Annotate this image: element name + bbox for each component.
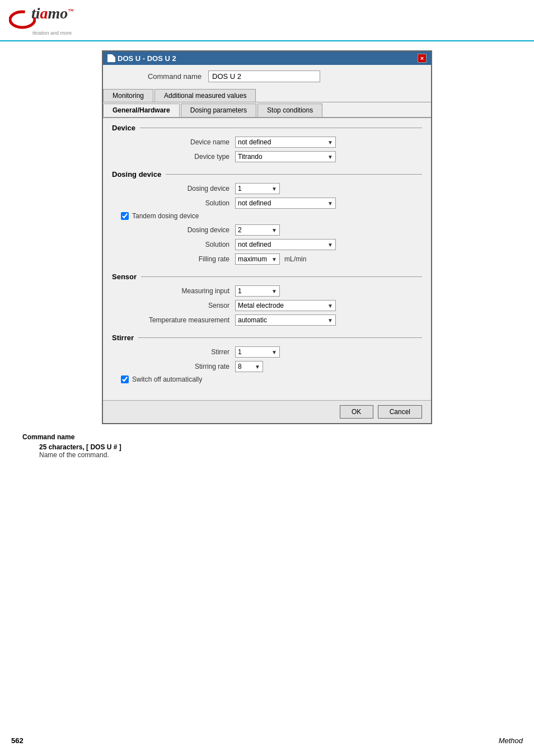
filling-rate-label: Filling rate <box>112 255 235 263</box>
tab-general[interactable]: General/Hardware <box>103 104 180 117</box>
dialog-title-text: DOS U - DOS U 2 <box>118 54 176 63</box>
filling-rate-arrow: ▼ <box>271 256 277 262</box>
tandem-solution-arrow: ▼ <box>327 242 333 248</box>
close-button[interactable]: × <box>418 54 427 63</box>
tandem-dosing-device-dropdown[interactable]: 2 ▼ <box>235 224 280 236</box>
dosing-device-control: 1 ▼ <box>235 183 280 194</box>
device-name-dropdown[interactable]: not defined ▼ <box>235 137 336 148</box>
help-description: Name of the command. <box>22 451 512 459</box>
stirrer-arrow: ▼ <box>271 349 277 355</box>
tandem-solution-label: Solution <box>112 241 235 248</box>
tabs-row1: Monitoring Additional measured values <box>103 88 431 102</box>
measuring-input-label: Measuring input <box>112 287 235 295</box>
tandem-solution-control: not defined ▼ <box>235 239 336 250</box>
stirring-rate-value: 8 <box>238 363 242 370</box>
logo-icon <box>9 10 36 30</box>
solution-label: Solution <box>112 199 235 207</box>
filling-rate-value: maximum <box>238 255 267 263</box>
tandem-label: Tandem dosing device <box>132 212 199 220</box>
filling-rate-dropdown[interactable]: maximum ▼ <box>235 253 280 265</box>
tandem-dosing-device-row: Dosing device 2 ▼ <box>112 224 422 236</box>
sensor-section-title: Sensor <box>112 273 137 281</box>
tandem-dosing-device-label: Dosing device <box>112 226 235 234</box>
device-name-control: not defined ▼ <box>235 137 336 148</box>
command-name-input[interactable] <box>208 71 320 82</box>
device-name-arrow: ▼ <box>327 139 333 145</box>
help-title: Command name <box>22 433 512 441</box>
tandem-solution-dropdown[interactable]: not defined ▼ <box>235 239 336 250</box>
dosing-device-label: Dosing device <box>112 185 235 192</box>
device-type-label: Device type <box>112 153 235 161</box>
filling-rate-control: maximum ▼ mL/min <box>235 253 306 265</box>
logo-subtitle: titration and more <box>32 30 73 36</box>
device-name-label: Device name <box>112 138 235 146</box>
temp-measurement-dropdown[interactable]: automatic ▼ <box>235 314 336 326</box>
sensor-section-header: Sensor <box>112 273 422 281</box>
tandem-checkbox-row: Tandem dosing device <box>112 212 422 220</box>
stirring-rate-dropdown[interactable]: 8 ▼ <box>235 361 263 372</box>
page-footer: 562 Method <box>11 736 523 745</box>
stirrer-section-line <box>138 337 422 338</box>
sensor-section-line <box>141 276 422 277</box>
title-icon <box>107 54 115 62</box>
tab-monitoring[interactable]: Monitoring <box>103 89 153 102</box>
temp-measurement-control: automatic ▼ <box>235 314 336 326</box>
device-type-dropdown[interactable]: Titrando ▼ <box>235 151 336 162</box>
tandem-dosing-device-value: 2 <box>238 226 242 234</box>
solution-dropdown[interactable]: not defined ▼ <box>235 198 336 209</box>
tab-stop-conditions[interactable]: Stop conditions <box>257 104 322 117</box>
dialog-footer: OK Cancel <box>103 400 431 423</box>
tandem-dosing-device-arrow: ▼ <box>271 227 277 233</box>
tab-dosing-parameters[interactable]: Dosing parameters <box>181 104 256 117</box>
sensor-arrow: ▼ <box>327 303 333 309</box>
stirrer-control: 1 ▼ <box>235 346 280 358</box>
sensor-label: Sensor <box>112 302 235 309</box>
solution-value: not defined <box>238 199 271 207</box>
device-type-row: Device type Titrando ▼ <box>112 151 422 162</box>
ok-button[interactable]: OK <box>340 405 373 419</box>
stirrer-dropdown[interactable]: 1 ▼ <box>235 346 280 358</box>
dosing-device-dropdown[interactable]: 1 ▼ <box>235 183 280 194</box>
stirrer-value: 1 <box>238 348 242 356</box>
dosing-device-section: Dosing device Dosing device 1 ▼ Solution <box>112 170 422 265</box>
tab-additional[interactable]: Additional measured values <box>154 89 256 102</box>
measuring-input-arrow: ▼ <box>271 288 277 294</box>
stirrer-section-header: Stirrer <box>112 334 422 342</box>
logo-tm: ™ <box>68 8 73 14</box>
dosing-device-section-title: Dosing device <box>112 170 161 179</box>
measuring-input-row: Measuring input 1 ▼ <box>112 285 422 297</box>
solution-control: not defined ▼ <box>235 198 336 209</box>
sensor-dropdown[interactable]: Metal electrode ▼ <box>235 300 336 311</box>
device-type-arrow: ▼ <box>327 154 333 160</box>
measuring-input-dropdown[interactable]: 1 ▼ <box>235 285 280 297</box>
cancel-button[interactable]: Cancel <box>378 405 422 419</box>
tandem-solution-row: Solution not defined ▼ <box>112 239 422 250</box>
dosing-device-section-line <box>166 174 422 175</box>
sensor-section: Sensor Measuring input 1 ▼ Sensor <box>112 273 422 326</box>
top-bar: tiamo™ titration and more <box>0 0 534 41</box>
device-section-title: Device <box>112 124 135 132</box>
dosing-device-section-header: Dosing device <box>112 170 422 179</box>
tandem-subsection: Dosing device 2 ▼ Solution not de <box>112 224 422 265</box>
temp-measurement-arrow: ▼ <box>327 317 333 323</box>
help-section: Command name 25 characters, [ DOS U # ] … <box>11 433 523 459</box>
page-category: Method <box>499 736 523 745</box>
switch-off-checkbox[interactable] <box>121 375 129 383</box>
switch-off-checkbox-row: Switch off automatically <box>112 375 422 383</box>
temp-measurement-value: automatic <box>238 316 267 324</box>
dosing-device-value: 1 <box>238 185 242 192</box>
device-section-header: Device <box>112 124 422 132</box>
help-detail: 25 characters, [ DOS U # ] <box>22 443 512 451</box>
dialog-title: DOS U - DOS U 2 <box>107 54 176 63</box>
tandem-checkbox[interactable] <box>121 212 129 220</box>
stirrer-section: Stirrer Stirrer 1 ▼ Stirring rate <box>112 334 422 383</box>
logo-text: tiamo™ <box>31 4 73 22</box>
stirrer-section-title: Stirrer <box>112 334 134 342</box>
solution-arrow: ▼ <box>327 200 333 206</box>
command-name-row: Command name <box>103 65 431 88</box>
svg-point-0 <box>10 12 35 27</box>
stirring-rate-label: Stirring rate <box>112 363 235 370</box>
stirring-rate-arrow: ▼ <box>255 364 260 370</box>
device-section-line <box>140 128 422 128</box>
stirring-rate-control: 8 ▼ <box>235 361 263 372</box>
